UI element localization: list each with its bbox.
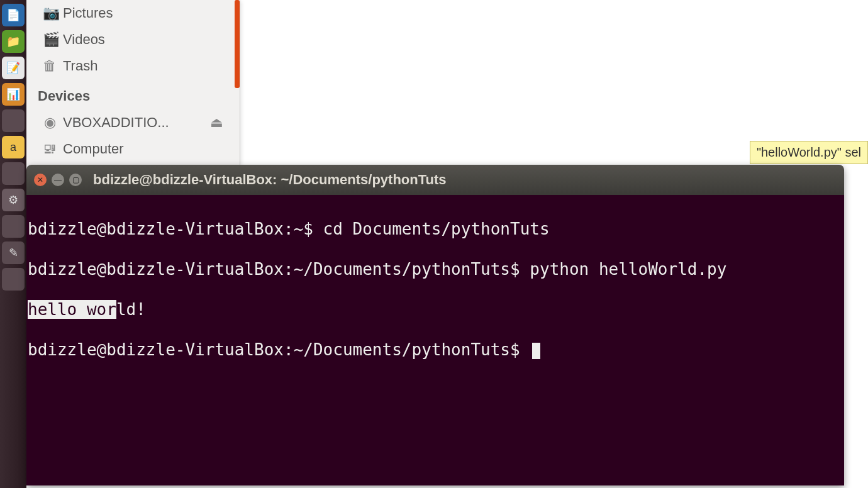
sidebar-item-pictures[interactable]: 📷 Pictures <box>33 0 233 26</box>
sidebar-item-vbox[interactable]: ◉ VBOXADDITIO... ⏏ <box>33 109 233 136</box>
terminal-body[interactable]: bdizzle@bdizzle-VirtualBox:~$ cd Documen… <box>26 195 844 485</box>
launcher-item-impress[interactable]: 📊 <box>2 83 25 106</box>
sidebar-item-label: Videos <box>63 31 105 48</box>
terminal-line: bdizzle@bdizzle-VirtualBox:~$ cd Documen… <box>26 219 844 239</box>
terminal-window: ✕ — ▢ bdizzle@bdizzle-VirtualBox: ~/Docu… <box>26 165 844 485</box>
eject-icon[interactable]: ⏏ <box>210 114 223 131</box>
minimize-button[interactable]: — <box>52 174 64 186</box>
terminal-cursor <box>532 343 540 359</box>
launcher-item-generic-4[interactable] <box>2 268 25 291</box>
trash-icon: 🗑 <box>43 58 57 74</box>
unity-launcher: 📄 📁 📝 📊 a ⚙ ✎ <box>0 0 26 488</box>
prompt: bdizzle@bdizzle-VirtualBox:~$ <box>28 219 323 238</box>
terminal-line: bdizzle@bdizzle-VirtualBox:~/Documents/p… <box>26 340 844 360</box>
output-text: ld! <box>116 300 146 319</box>
sidebar-item-computer[interactable]: 🖳 Computer <box>33 136 233 162</box>
prompt: bdizzle@bdizzle-VirtualBox:~/Documents/p… <box>28 340 530 359</box>
sidebar-item-videos[interactable]: 🎬 Videos <box>33 26 233 53</box>
close-button[interactable]: ✕ <box>34 174 47 186</box>
sidebar-item-label: Trash <box>63 58 97 74</box>
prompt: bdizzle@bdizzle-VirtualBox:~/Documents/p… <box>28 260 530 279</box>
selection-tooltip: "helloWorld.py" sel <box>750 141 868 164</box>
maximize-button[interactable]: ▢ <box>69 174 82 186</box>
command-text: python helloWorld.py <box>530 260 726 279</box>
files-content-area[interactable] <box>240 0 868 165</box>
launcher-item-editor[interactable]: ✎ <box>2 241 25 264</box>
launcher-item-generic-3[interactable] <box>2 215 25 238</box>
video-icon: 🎬 <box>43 31 57 48</box>
sidebar-item-label: Computer <box>63 141 124 157</box>
sidebar-item-trash[interactable]: 🗑 Trash <box>33 53 233 79</box>
tooltip-text: "helloWorld.py" sel <box>757 145 861 159</box>
files-sidebar: 📷 Pictures 🎬 Videos 🗑 Trash Devices ◉ VB… <box>26 0 240 165</box>
window-title: bdizzle@bdizzle-VirtualBox: ~/Documents/… <box>93 172 447 188</box>
launcher-item-settings[interactable]: ⚙ <box>2 189 25 211</box>
computer-icon: 🖳 <box>43 141 57 157</box>
camera-icon: 📷 <box>43 5 57 21</box>
sidebar-item-label: VBOXADDITIO... <box>63 114 169 131</box>
launcher-item-files[interactable]: 📁 <box>2 30 25 53</box>
launcher-item-generic-2[interactable] <box>2 162 25 185</box>
terminal-titlebar[interactable]: ✕ — ▢ bdizzle@bdizzle-VirtualBox: ~/Docu… <box>26 165 844 195</box>
selected-text: hello wor <box>28 300 116 319</box>
command-text: cd Documents/pythonTuts <box>323 219 550 238</box>
sidebar-item-label: Pictures <box>63 5 113 21</box>
disc-icon: ◉ <box>43 114 57 131</box>
launcher-item-doc[interactable]: 📄 <box>2 4 25 26</box>
terminal-line: bdizzle@bdizzle-VirtualBox:~/Documents/p… <box>26 259 844 279</box>
launcher-item-writer[interactable]: 📝 <box>2 57 25 79</box>
launcher-item-amazon[interactable]: a <box>2 136 25 158</box>
launcher-item-generic-1[interactable] <box>2 109 25 132</box>
devices-header: Devices <box>33 79 233 109</box>
terminal-output: hello world! <box>26 299 844 319</box>
scrollbar-indicator[interactable] <box>235 0 240 88</box>
